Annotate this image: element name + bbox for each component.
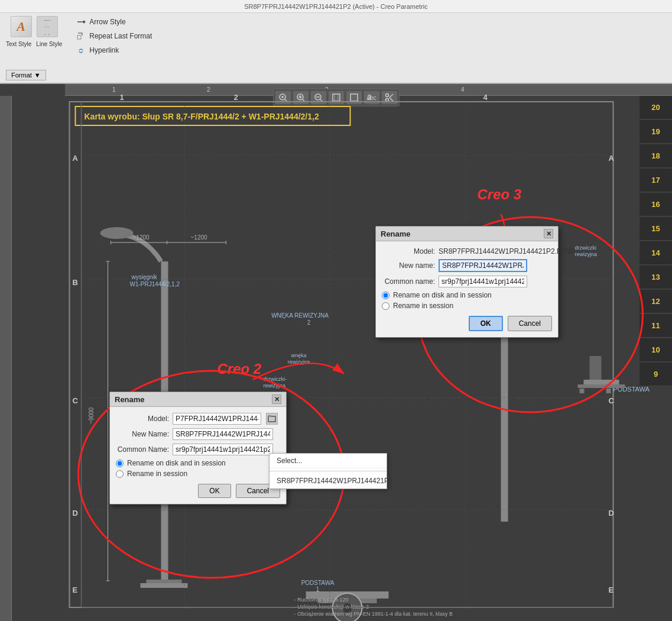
arrow-style-label: Arrow Style	[89, 18, 125, 26]
svg-text:Karta wyrobu: Słup SR 8,7-F/PR: Karta wyrobu: Słup SR 8,7-F/PRJ1444/2 + …	[85, 112, 319, 121]
svg-marker-1	[83, 20, 86, 24]
toolbar-right: Arrow Style Repeat Last Format Hyperlink	[74, 16, 154, 56]
arrow-style-icon	[76, 17, 86, 27]
dialog-commonname-label-bottom: Common Name:	[116, 445, 169, 454]
dialog-cancel-top[interactable]: Cancel	[508, 316, 552, 331]
dialog-ok-top[interactable]: OK	[469, 316, 503, 331]
dialog-model-label-top: Model:	[382, 247, 435, 255]
svg-rect-99	[268, 415, 271, 417]
dialog-newname-label-bottom: New Name:	[116, 430, 169, 438]
svg-text:E: E	[73, 586, 78, 594]
dialog-newname-input-bottom[interactable]	[173, 428, 273, 440]
title-bar: SR8P7FPRJ14442W1PRJ144421P2 (Active) - C…	[0, 0, 672, 13]
dialog-radio-row-bottom: Rename on disk and in session Rename in …	[116, 459, 280, 478]
dialog-commonname-row-bottom: Common Name:	[116, 444, 280, 455]
svg-text:- Obciążenie wiatrem wg PN-EN : - Obciążenie wiatrem wg PN-EN 1991-1-4 d…	[294, 611, 453, 617]
dialog-rename-bottom-header: Rename ✕	[110, 392, 286, 407]
dialog-rename-top-header: Rename ✕	[376, 227, 558, 241]
text-style-button[interactable]: A	[11, 16, 32, 37]
svg-text:E: E	[609, 586, 614, 594]
dialog-ok-bottom[interactable]: OK	[198, 484, 231, 498]
svg-rect-80	[578, 384, 625, 388]
svg-text:2: 2	[307, 319, 311, 326]
svg-text:- Ruchomst typu B-120: - Ruchomst typu B-120	[294, 597, 349, 603]
svg-text:~9000: ~9000	[88, 407, 95, 424]
svg-text:wnęka: wnęka	[290, 352, 306, 358]
repeat-format-icon	[76, 31, 86, 41]
dialog-radio-row-top: Rename on disk and in session Rename in …	[382, 291, 552, 310]
dialog-rename-top-close[interactable]: ✕	[544, 229, 553, 238]
dialog-model-label-bottom: Model:	[116, 415, 169, 423]
svg-text:WNĘKA REWIZYJNA: WNĘKA REWIZYJNA	[271, 312, 329, 319]
svg-text:C: C	[73, 396, 79, 405]
repeat-last-format-menu-item[interactable]: Repeat Last Format	[74, 30, 154, 42]
dialog-commonname-label-top: Common name:	[382, 277, 435, 286]
drawing-svg: Karta wyrobu: Słup SR 8,7-F/PRJ1444/2 + …	[0, 84, 672, 621]
dialog-radio-disk-bottom[interactable]: Rename on disk and in session	[116, 459, 280, 467]
dialog-commonname-input-top[interactable]	[439, 276, 527, 287]
dialog-rename-top-body: Model: SR8P7FPRJ14442W1PRJ144421P2.DRW N…	[376, 241, 558, 337]
svg-text:rewizyjna: rewizyjna	[575, 251, 598, 257]
text-style-section: A —···- - Text Style Line Style	[6, 16, 62, 47]
svg-text:~1200: ~1200	[191, 234, 208, 241]
dialog-rename-bottom-title: Rename	[115, 395, 145, 404]
dialog-rename-top: Rename ✕ Model: SR8P7FPRJ14442W1PRJ14442…	[375, 226, 559, 338]
dialog-commonname-input-bottom[interactable]	[173, 444, 273, 455]
svg-rect-83	[606, 389, 611, 393]
dialog-rename-top-title: Rename	[381, 229, 411, 238]
svg-text:~1200: ~1200	[133, 234, 150, 241]
svg-rect-98	[268, 416, 275, 422]
hyperlink-icon	[76, 46, 86, 55]
svg-text:1: 1	[316, 586, 320, 593]
dialog-radio-session-bottom[interactable]: Rename in session	[116, 470, 280, 478]
svg-rect-82	[580, 389, 585, 393]
dropdown-option1[interactable]: SR8P7FPRJ14442W1PRJ144421P2	[270, 474, 387, 489]
dialog-rename-bottom-close[interactable]: ✕	[272, 394, 281, 404]
dialog-model-value-top: SR8P7FPRJ14442W1PRJ144421P2.DRW	[439, 247, 574, 255]
repeat-last-format-label: Repeat Last Format	[89, 32, 152, 40]
dialog-model-row-bottom: Model:	[116, 413, 280, 425]
svg-text:1: 1	[120, 93, 124, 102]
dropdown-select-item[interactable]: Select...	[270, 454, 387, 468]
svg-text:drzwiczki: drzwiczki	[575, 245, 597, 251]
svg-text:B: B	[73, 278, 78, 287]
text-style-label: Text Style	[6, 41, 31, 47]
svg-text:4: 4	[483, 93, 488, 102]
model-browse-button[interactable]	[266, 413, 278, 425]
format-tab[interactable]: Format ▼	[6, 70, 46, 80]
dialog-radio-session-top[interactable]: Rename in session	[382, 302, 552, 310]
dialog-btn-row-bottom: OK Cancel	[116, 484, 280, 498]
svg-rect-53	[147, 580, 182, 583]
dialog-radio-disk-top[interactable]: Rename on disk and in session	[382, 291, 552, 299]
svg-text:W1-PRJ1444/2,1,2: W1-PRJ1444/2,1,2	[130, 281, 180, 287]
format-label: Format	[11, 72, 32, 79]
svg-rect-22	[70, 102, 613, 607]
svg-text:- Uskięcie konstrukcji w klasi: - Uskięcie konstrukcji w klasie 2	[294, 604, 369, 610]
hyperlink-menu-item[interactable]: Hyperlink	[74, 44, 154, 56]
hyperlink-label: Hyperlink	[89, 46, 119, 54]
svg-rect-81	[590, 356, 602, 380]
dialog-commonname-row-top: Common name:	[382, 276, 552, 287]
dialog-model-row-top: Model: SR8P7FPRJ14442W1PRJ144421P2.DRW	[382, 247, 552, 255]
dialog-newname-input-top[interactable]	[439, 259, 527, 272]
dialog-newname-row-top: New name:	[382, 259, 552, 272]
title-text: SR8P7FPRJ14442W1PRJ144421P2 (Active) - C…	[244, 3, 428, 10]
dialog-rename-bottom: Rename ✕ Model: New Name: Common Name:	[109, 392, 287, 504]
svg-text:Creo 2: Creo 2	[217, 361, 262, 377]
toolbar: A —···- - Text Style Line Style Arrow St…	[0, 13, 672, 84]
dialog-model-input-bottom[interactable]	[173, 413, 261, 425]
dropdown-popup: Select... SR8P7FPRJ14442W1PRJ144421P2	[269, 453, 387, 489]
drawing-area: 1 2 3 4 20 19 18 17 16 15 14 13 12 11 10…	[0, 84, 672, 621]
dialog-rename-bottom-body: Model: New Name: Common Name: Rename on …	[110, 407, 286, 504]
svg-text:2: 2	[234, 93, 238, 102]
svg-point-39	[100, 227, 134, 239]
dialog-newname-label-top: New name:	[382, 261, 435, 270]
svg-text:A: A	[73, 154, 79, 163]
line-style-label: Line Style	[36, 41, 62, 47]
arrow-style-menu-item[interactable]: Arrow Style	[74, 16, 154, 28]
svg-rect-2	[77, 35, 81, 39]
line-style-button[interactable]: —···- -	[37, 16, 58, 37]
format-dropdown-icon: ▼	[34, 72, 41, 79]
dialog-btn-row-top: OK Cancel	[382, 316, 552, 331]
dialog-newname-row-bottom: New Name:	[116, 428, 280, 440]
